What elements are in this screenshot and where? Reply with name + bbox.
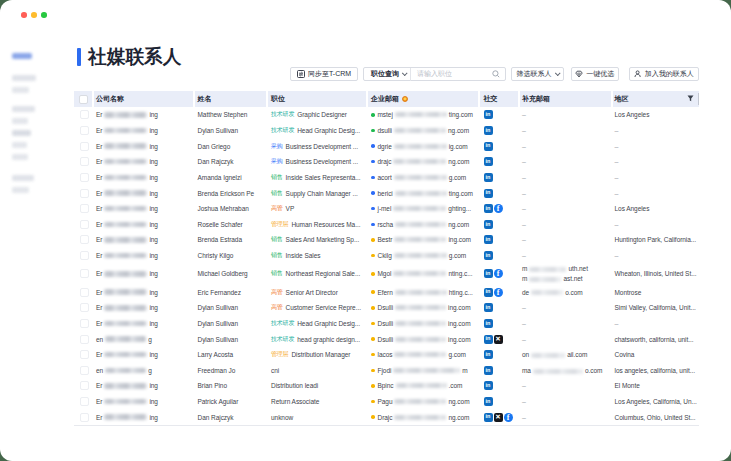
row-checkbox[interactable] [80,335,89,344]
header-supp-email: 补充邮箱 [520,91,613,107]
sidebar-item-8[interactable] [12,175,34,181]
sidebar-item-2[interactable] [12,87,29,93]
row-checkbox[interactable] [80,269,89,278]
supp-email-lines: muth.netmast.net [522,264,588,283]
email-status-dot [371,144,375,148]
row-checkbox[interactable] [80,173,89,182]
linkedin-icon[interactable]: in [484,126,493,135]
add-to-my-contacts-button[interactable]: 加入我的联系人 [629,67,700,81]
filter-funnel-icon[interactable] [687,95,694,102]
sidebar-item-0[interactable] [12,53,32,59]
linkedin-icon[interactable]: in [484,251,493,260]
row-checkbox[interactable] [80,366,89,375]
row-checkbox[interactable] [80,110,89,119]
row-checkbox[interactable] [80,126,89,135]
contact-name: Christy Kilgo [198,252,234,259]
redacted-text [104,190,147,196]
row-checkbox[interactable] [80,157,89,166]
position-query-dropdown[interactable]: 职位查询 [364,69,410,79]
position-cell: 管理层Distribution Manager [268,347,368,363]
redacted-text [396,383,447,388]
row-checkbox[interactable] [80,235,89,244]
row-checkbox[interactable] [80,251,89,260]
position-search-input[interactable]: 请输入职位 [411,69,492,79]
email-prefix: Dsulli [378,320,394,327]
linkedin-icon[interactable]: in [484,397,493,406]
supp-email-cell: – [520,248,613,264]
row-checkbox[interactable] [80,303,89,312]
facebook-icon[interactable]: f [504,413,513,422]
title-accent-bar [77,48,81,66]
position-tag: 技术研发 [271,335,294,344]
table-row: EringChristy Kilgo销售Inside SalesCkilgg.c… [74,248,699,264]
sidebar-item-7[interactable] [12,154,28,160]
email-cell: Ckilgg.com [368,248,480,264]
redacted-text [394,237,446,242]
name-cell: Patrick Aguilar [195,394,269,410]
region-text: Simi Valley, California, Unit... [615,304,696,311]
facebook-icon[interactable]: f [494,269,503,278]
region-cell: – [613,123,700,139]
x-twitter-icon[interactable]: ✕ [494,413,503,422]
linkedin-icon[interactable]: in [484,335,493,344]
email-prefix: Pagu [378,398,393,405]
linkedin-icon[interactable]: in [484,157,493,166]
linkedin-icon[interactable]: in [484,220,493,229]
linkedin-icon[interactable]: in [484,269,493,278]
position-cell: 技术研发head graphic design... [268,331,368,347]
table-row: EringJoshua Mehraban高管VPj-melghting...in… [74,201,699,217]
row-checkbox[interactable] [80,381,89,390]
linkedin-icon[interactable]: in [484,319,493,328]
linkedin-icon[interactable]: in [484,381,493,390]
minimize-window-button[interactable] [31,12,37,18]
row-checkbox[interactable] [80,204,89,213]
email-cell: Pagung.com [368,394,480,410]
row-checkbox[interactable] [80,288,89,297]
position-title: Business Development ... [286,158,359,165]
supp-email-cell: – [520,138,613,154]
sidebar-item-9[interactable] [12,187,29,193]
sidebar-item-6[interactable] [12,142,27,148]
row-checkbox[interactable] [80,413,89,422]
position-tag: 管理层 [271,220,288,229]
linkedin-icon[interactable]: in [484,303,493,312]
linkedin-icon[interactable]: in [484,350,493,359]
linkedin-icon[interactable]: in [484,189,493,198]
linkedin-icon[interactable]: in [484,204,493,213]
supp-email-dash: – [522,190,526,197]
facebook-icon[interactable]: f [494,288,503,297]
email-status-dot [371,113,375,117]
sidebar-item-4[interactable] [12,118,28,124]
maximize-window-button[interactable] [41,12,47,18]
social-icons: in [484,303,493,312]
linkedin-icon[interactable]: in [484,366,493,375]
sync-to-tcrm-button[interactable]: 同步至T-CRM [290,67,358,81]
x-twitter-icon[interactable]: ✕ [494,335,503,344]
linkedin-icon[interactable]: in [484,413,493,422]
linkedin-icon[interactable]: in [484,235,493,244]
close-window-button[interactable] [21,12,27,18]
email-status-dot [371,400,375,404]
linkedin-icon[interactable]: in [484,288,493,297]
sidebar-item-5[interactable] [12,130,31,136]
position-title: Distribution leadi [271,382,318,389]
row-checkbox[interactable] [80,189,89,198]
linkedin-icon[interactable]: in [484,110,493,119]
facebook-icon[interactable]: f [494,204,503,213]
one-click-optimize-button[interactable]: 一键优选 [571,67,619,81]
supp-prefix: on [522,351,529,358]
position-tag: 技术研发 [271,110,294,119]
email-status-dot [371,384,375,388]
row-checkbox[interactable] [80,319,89,328]
region-cell: chatsworth, california, unit... [613,331,700,347]
linkedin-icon[interactable]: in [484,142,493,151]
sidebar-item-3[interactable] [12,106,35,112]
row-checkbox[interactable] [80,350,89,359]
region-text: El Monte [615,382,640,389]
row-checkbox[interactable] [80,397,89,406]
row-checkbox[interactable] [80,142,89,151]
linkedin-icon[interactable]: in [484,173,493,182]
select-all-checkbox[interactable] [79,95,88,104]
row-checkbox[interactable] [80,220,89,229]
filter-contacts-button[interactable]: 筛选联系人 [511,67,564,81]
